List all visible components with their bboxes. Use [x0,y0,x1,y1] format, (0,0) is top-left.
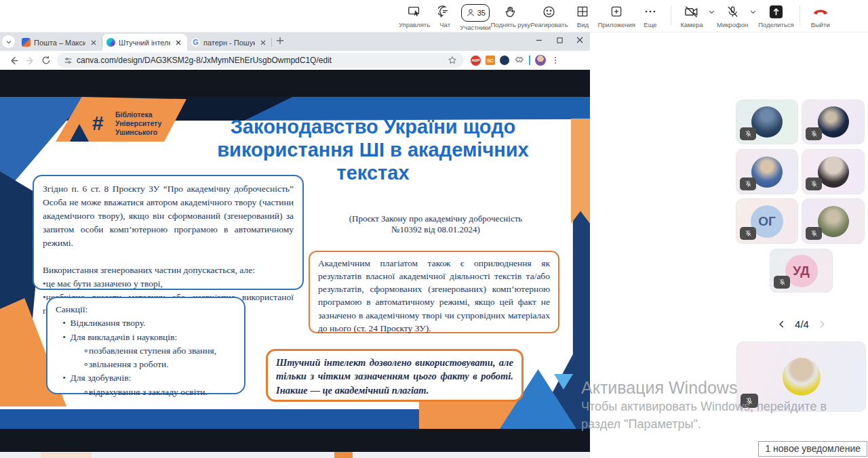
citation-text: (Проєкт Закону про академічну доброчесні… [309,213,563,235]
raise-hand-label: Поднять руку [491,21,531,28]
mic-options-chevron[interactable] [749,0,757,16]
address-bar[interactable]: canva.com/design/DAG3KSM2g-8/JxMymNEhErU… [57,53,464,68]
apps-plus-icon [610,4,623,19]
browser-profile-avatar[interactable] [535,55,546,66]
law-textbox: Згідно п. 6 ст. 8 Проєкту ЗУ “Про академ… [33,175,304,290]
extensions-row: ABP SC [471,55,560,66]
library-logo-text: Бібліотека Університету Ушинського [115,110,161,137]
extension-icon[interactable] [500,56,509,65]
raise-hand-button[interactable]: Поднять руку [491,0,531,31]
presenter-avatar [783,358,821,396]
mic-button[interactable]: Микрофон [717,0,748,31]
tab-close-icon[interactable] [174,38,183,47]
toolbar-divider [671,5,671,26]
notification-toast[interactable]: 1 новое уведомление [758,441,867,457]
window-controls [529,33,590,47]
muted-mic-icon [740,178,756,190]
highlight-bar [529,56,530,65]
tab-title: Штучний інтелект у науковій д [119,39,170,47]
chat-button[interactable]: Чат [430,0,460,31]
tab-title: Пошта – Максим Оксана Анат [34,39,85,47]
participant-tile[interactable] [736,100,798,144]
canva-editor-canvas: # Бібліотека Університету Ушинського Зак… [0,70,590,458]
muted-mic-icon [806,178,822,190]
tab-close-icon[interactable] [89,38,98,47]
participant-avatar [818,206,849,237]
leave-call-icon [812,4,829,19]
presenter-tile[interactable] [736,341,866,412]
browser-menu-kebab-icon[interactable] [551,56,560,65]
browser-tabstrip: Пошта – Максим Оксана Анат Штучний інтел… [0,33,590,51]
canva-bottom-toolbar [0,452,590,458]
camera-button[interactable]: Камера [677,0,707,31]
more-label: Еще [644,21,656,28]
react-button[interactable]: Реагировать [530,0,568,31]
forward-icon[interactable] [22,52,38,68]
muted-mic-icon [806,127,822,140]
browser-urlbar: canva.com/design/DAG3KSM2g-8/JxMymNEhErU… [0,51,590,70]
library-logo-icon: # [92,112,104,135]
maximize-icon[interactable] [549,33,570,47]
site-info-icon[interactable] [64,56,73,65]
right-orange-ribbon-shape [571,119,590,224]
minimize-icon[interactable] [529,33,549,47]
participants-count: 35 [477,9,486,17]
sanctions-textbox: Санкції: • Відкликання твору. • Для викл… [46,297,245,394]
leave-label: Выйти [811,21,830,28]
page-indicator: 4/4 [795,318,809,330]
sc-extension-icon[interactable]: SC [486,56,495,65]
participants-label: Участники [460,24,490,31]
manage-button[interactable]: Управлять [399,0,430,31]
share-label: Поделиться [758,21,793,28]
participant-tile[interactable]: УД [770,249,833,293]
close-icon[interactable] [570,33,590,47]
participant-tile[interactable] [802,199,865,244]
participants-pager: 4/4 [763,318,841,330]
participant-tile[interactable] [802,149,865,194]
tab-google-search[interactable]: G патерн - Пошук Google [187,34,272,51]
participant-tile[interactable] [736,149,798,194]
pager-prev-icon[interactable] [778,320,785,329]
reload-icon[interactable] [38,52,54,68]
toolbar-divider [800,5,800,26]
participant-tile[interactable] [802,100,865,144]
participants-button[interactable]: 35 Участники [460,0,490,31]
react-label: Реагировать [530,21,568,28]
bookmark-star-icon[interactable] [448,56,457,65]
camera-label: Камера [680,21,703,28]
tab-search-button[interactable] [2,35,15,48]
view-button[interactable]: Вид [568,0,597,31]
tab-canva-active[interactable]: Штучний інтелект у науковій д [102,34,187,51]
more-dots-icon [644,4,657,19]
toolbar-accent-orange [334,452,353,458]
new-tab-button[interactable] [276,35,284,47]
apps-label: Приложения [597,21,635,28]
screen-control-icon [407,4,422,19]
extensions-puzzle-icon[interactable] [514,56,524,66]
muted-mic-icon [741,394,758,408]
view-label: Вид [577,21,589,28]
apps-button[interactable]: Приложения [597,0,635,31]
muted-mic-icon [740,227,756,240]
back-icon[interactable] [5,52,22,68]
camera-options-chevron[interactable] [708,0,715,16]
adblock-extension-icon[interactable]: ABP [471,56,481,66]
presentation-slide: # Бібліотека Університету Ушинського Зак… [0,97,590,429]
pager-next-icon[interactable] [818,320,826,329]
muted-mic-icon [774,276,790,289]
google-favicon: G [191,38,200,47]
chat-icon [438,4,452,19]
camera-off-icon [684,4,699,19]
muted-mic-icon [740,127,756,140]
tab-title: патерн - Пошук Google [203,39,255,47]
tab-mail[interactable]: Пошта – Максим Оксана Анат [18,34,102,51]
share-button[interactable]: Поделиться [758,0,793,31]
manage-label: Управлять [399,21,430,28]
tab-close-icon[interactable] [258,38,268,47]
leave-button[interactable]: Выйти [806,0,835,31]
share-screen-icon [769,4,783,19]
participant-tile[interactable]: ОГ [736,199,798,244]
mic-off-icon [726,4,740,19]
grid-view-icon [576,4,589,19]
more-button[interactable]: Еще [635,0,665,31]
